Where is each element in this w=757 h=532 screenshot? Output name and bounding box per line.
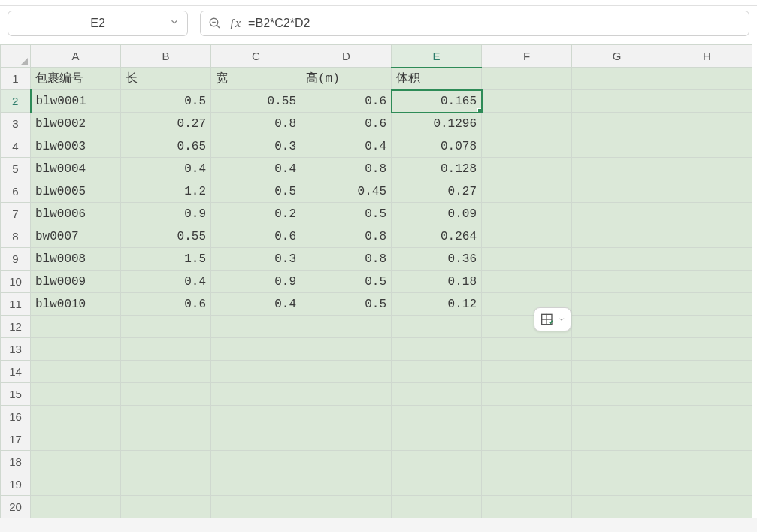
cell-A20[interactable] <box>31 496 121 518</box>
column-header-E[interactable]: E <box>392 45 482 68</box>
cell-G13[interactable] <box>572 338 662 361</box>
cell-A15[interactable] <box>31 383 121 406</box>
cell-E20[interactable] <box>392 496 482 518</box>
cell-C9[interactable]: 0.3 <box>211 248 301 271</box>
cell-D6[interactable]: 0.45 <box>301 180 392 203</box>
cell-C15[interactable] <box>211 383 301 406</box>
cell-B6[interactable]: 1.2 <box>121 180 211 203</box>
row-header-13[interactable]: 13 <box>1 338 31 361</box>
cell-F18[interactable] <box>482 451 572 473</box>
cell-B2[interactable]: 0.5 <box>121 90 211 113</box>
cell-E14[interactable] <box>392 361 482 383</box>
cell-F2[interactable] <box>482 90 572 113</box>
cell-G16[interactable] <box>572 406 662 428</box>
cell-F6[interactable] <box>482 180 572 203</box>
cell-H11[interactable] <box>662 293 752 316</box>
cell-A7[interactable]: blw0006 <box>31 203 121 225</box>
cell-D3[interactable]: 0.6 <box>301 113 392 135</box>
cell-A17[interactable] <box>31 428 121 451</box>
cell-D13[interactable] <box>301 338 392 361</box>
cell-D12[interactable] <box>301 316 392 338</box>
cell-G14[interactable] <box>572 361 662 383</box>
cell-E9[interactable]: 0.36 <box>392 248 482 271</box>
cell-B20[interactable] <box>121 496 211 518</box>
spreadsheet-grid[interactable]: ABCDEFGH1包裹编号长宽高(m)体积2blw00010.50.550.60… <box>0 44 757 518</box>
cell-H15[interactable] <box>662 383 752 406</box>
cell-G4[interactable] <box>572 135 662 158</box>
row-header-9[interactable]: 9 <box>1 248 31 271</box>
cell-A8[interactable]: bw0007 <box>31 225 121 248</box>
cell-B10[interactable]: 0.4 <box>121 271 211 293</box>
cell-A3[interactable]: blw0002 <box>31 113 121 135</box>
cell-C20[interactable] <box>211 496 301 518</box>
cell-B3[interactable]: 0.27 <box>121 113 211 135</box>
cell-D19[interactable] <box>301 473 392 496</box>
cell-E19[interactable] <box>392 473 482 496</box>
cell-E1[interactable]: 体积 <box>392 68 482 90</box>
cell-F5[interactable] <box>482 158 572 180</box>
cell-F16[interactable] <box>482 406 572 428</box>
row-header-15[interactable]: 15 <box>1 383 31 406</box>
column-header-A[interactable]: A <box>31 45 121 68</box>
cell-D10[interactable]: 0.5 <box>301 271 392 293</box>
cell-B18[interactable] <box>121 451 211 473</box>
row-header-5[interactable]: 5 <box>1 158 31 180</box>
cell-F15[interactable] <box>482 383 572 406</box>
cell-C16[interactable] <box>211 406 301 428</box>
cell-A14[interactable] <box>31 361 121 383</box>
row-header-6[interactable]: 6 <box>1 180 31 203</box>
cell-D2[interactable]: 0.6 <box>301 90 392 113</box>
cell-H8[interactable] <box>662 225 752 248</box>
cell-F20[interactable] <box>482 496 572 518</box>
autofill-options-button[interactable] <box>534 307 571 331</box>
cell-C17[interactable] <box>211 428 301 451</box>
formula-input[interactable]: ƒx =B2*C2*D2 <box>200 11 749 36</box>
cell-H9[interactable] <box>662 248 752 271</box>
zoom-out-icon[interactable] <box>208 17 222 30</box>
cell-H10[interactable] <box>662 271 752 293</box>
chevron-down-icon[interactable] <box>169 17 180 30</box>
cell-H6[interactable] <box>662 180 752 203</box>
cell-B7[interactable]: 0.9 <box>121 203 211 225</box>
cell-C12[interactable] <box>211 316 301 338</box>
cell-E6[interactable]: 0.27 <box>392 180 482 203</box>
cell-D1[interactable]: 高(m) <box>301 68 392 90</box>
cell-A5[interactable]: blw0004 <box>31 158 121 180</box>
cell-G3[interactable] <box>572 113 662 135</box>
cell-E10[interactable]: 0.18 <box>392 271 482 293</box>
cell-G9[interactable] <box>572 248 662 271</box>
cell-H12[interactable] <box>662 316 752 338</box>
cell-E2[interactable]: 0.165 <box>392 90 482 113</box>
cell-G15[interactable] <box>572 383 662 406</box>
cell-D11[interactable]: 0.5 <box>301 293 392 316</box>
cell-D5[interactable]: 0.8 <box>301 158 392 180</box>
cell-A10[interactable]: blw0009 <box>31 271 121 293</box>
row-header-2[interactable]: 2 <box>1 90 31 113</box>
row-header-18[interactable]: 18 <box>1 451 31 473</box>
cell-B11[interactable]: 0.6 <box>121 293 211 316</box>
cell-E3[interactable]: 0.1296 <box>392 113 482 135</box>
cell-F7[interactable] <box>482 203 572 225</box>
column-header-B[interactable]: B <box>121 45 211 68</box>
cell-C1[interactable]: 宽 <box>211 68 301 90</box>
cell-C2[interactable]: 0.55 <box>211 90 301 113</box>
cell-H2[interactable] <box>662 90 752 113</box>
cell-B4[interactable]: 0.65 <box>121 135 211 158</box>
cell-G19[interactable] <box>572 473 662 496</box>
cell-G12[interactable] <box>572 316 662 338</box>
cell-A18[interactable] <box>31 451 121 473</box>
cell-A1[interactable]: 包裹编号 <box>31 68 121 90</box>
row-header-12[interactable]: 12 <box>1 316 31 338</box>
cell-A9[interactable]: blw0008 <box>31 248 121 271</box>
cell-A6[interactable]: blw0005 <box>31 180 121 203</box>
row-header-3[interactable]: 3 <box>1 113 31 135</box>
cell-B16[interactable] <box>121 406 211 428</box>
row-header-1[interactable]: 1 <box>1 68 31 90</box>
cell-F19[interactable] <box>482 473 572 496</box>
cell-B8[interactable]: 0.55 <box>121 225 211 248</box>
cell-B14[interactable] <box>121 361 211 383</box>
cell-B15[interactable] <box>121 383 211 406</box>
cell-D7[interactable]: 0.5 <box>301 203 392 225</box>
cell-E16[interactable] <box>392 406 482 428</box>
cell-G20[interactable] <box>572 496 662 518</box>
